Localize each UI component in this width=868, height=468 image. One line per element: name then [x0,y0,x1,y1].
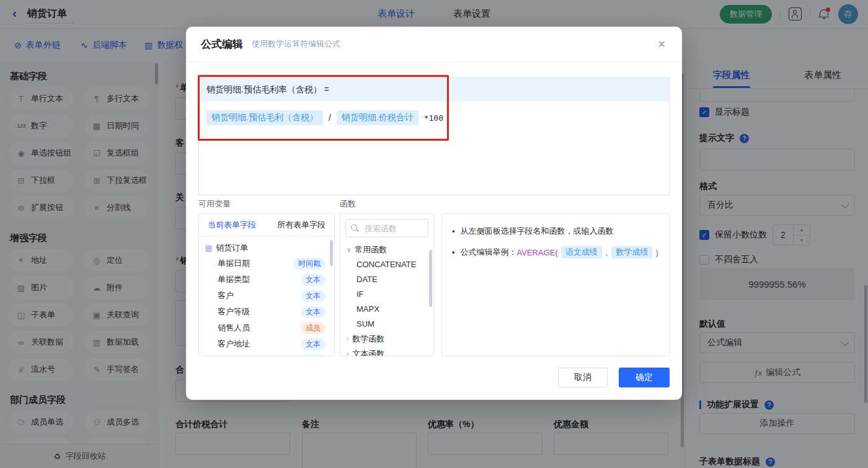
variables-scrollbar[interactable] [330,240,333,266]
variable-name: 销售人员 [218,322,250,333]
functions-scrollbar[interactable] [429,250,432,307]
example-field-chip: 数学成绩 [611,246,652,258]
help-example-prefix: 公式编辑举例： [461,247,517,258]
formula-target-text: 销货明细.预估毛利率（含税） = [206,84,329,95]
variable-type-badge: 成员 [301,322,326,334]
formula-field-chip[interactable]: 销货明细.预估毛利（含税） [206,110,323,125]
formula-expression-line: 销货明细.预估毛利（含税） / 销货明细.价税合计 *100 [199,102,669,134]
function-group-label: 文本函数 [352,348,384,356]
variable-type-badge: 时间戳 [293,258,326,270]
functions-panel: ∨ 常用函数 CONCATENATE DATE IF MAPX SUM › 数学… [340,213,434,356]
caret-right-icon: › [347,351,348,356]
variable-item[interactable]: 销售人员 成员 [199,320,334,336]
formula-operator: *100 [424,113,443,123]
variable-item[interactable]: 单据类型 文本 [199,272,334,288]
variable-type-badge: 文本 [301,338,326,350]
modal-title: 公式编辑 [201,37,243,51]
variable-type-badge: 文本 [301,306,326,318]
variables-tabs: 当前表单字段 所有表单字段 [199,214,334,237]
confirm-button[interactable]: 确定 [619,368,670,387]
variables-tree-root[interactable]: ▤ 销货订单 [199,237,334,255]
modal-subtitle: 使用数学运算符编辑公式 [252,38,340,50]
variable-type-badge [299,355,326,357]
bullet: • [452,227,455,236]
variable-name: 客户 [218,290,234,301]
function-item[interactable]: DATE [340,272,433,287]
function-group-label: 数学函数 [352,333,384,345]
formula-help-panel: • 从左侧面板选择字段名和函数，或输入函数 • 公式编辑举例： AVERAGE(… [441,213,670,356]
root-form-name: 销货订单 [216,242,248,254]
tab-all-form-fields[interactable]: 所有表单字段 [277,219,326,231]
variable-type-badge: 文本 [301,274,326,286]
variable-type-badge: 文本 [301,290,326,302]
function-group-math[interactable]: › 数学函数 [340,332,433,347]
modal-header: 公式编辑 使用数学运算符编辑公式 ✕ [186,27,682,62]
caret-right-icon: › [347,336,348,342]
bullet: • [452,248,455,257]
close-icon[interactable]: ✕ [658,40,666,50]
variables-panel: 当前表单字段 所有表单字段 ▤ 销货订单 单据日期 时间戳 单据类型 文本 客户… [198,213,335,356]
formula-editor-area[interactable]: 销货明细.预估毛利率（含税） = 销货明细.预估毛利（含税） / 销货明细.价税… [198,77,670,195]
function-item[interactable]: IF [340,287,433,302]
function-item[interactable]: CONCATENATE [340,257,433,272]
function-group-label: 常用函数 [355,244,387,255]
help-line-2: • 公式编辑举例： AVERAGE( 语文成绩 , 数学成绩 ) [452,246,659,258]
search-icon [351,224,359,232]
function-group-common[interactable]: ∨ 常用函数 [340,242,433,257]
variable-name: 单据日期 [218,258,250,269]
functions-section-label: 函数 [340,198,356,210]
formula-target-line: 销货明细.预估毛利率（含税） = [199,78,669,102]
variable-name: 客户等级 [218,306,250,317]
example-function-open: AVERAGE( [517,248,558,257]
function-search-input[interactable] [363,223,423,234]
variable-item[interactable]: 单据日期 时间戳 [199,255,334,272]
help-line-1: • 从左侧面板选择字段名和函数，或输入函数 [452,226,659,237]
variables-section-label: 可用变量 [198,198,231,210]
formula-operator: / [329,113,331,123]
variable-item[interactable]: 客户等级 文本 [199,304,334,320]
variable-name: 单据类型 [218,274,250,285]
tab-current-form-fields[interactable]: 当前表单字段 [208,219,256,231]
variable-item[interactable]: 客户 文本 [199,288,334,304]
help-text: 从左侧面板选择字段名和函数，或输入函数 [461,226,614,237]
example-field-chip: 语文成绩 [561,246,602,258]
variable-name: 客户地址 [218,338,250,350]
cancel-button[interactable]: 取消 [558,368,608,387]
formula-field-chip[interactable]: 销货明细.价税合计 [337,110,418,125]
document-icon: ▤ [205,244,212,252]
example-function-close: ) [655,248,658,257]
example-separator: , [606,248,608,257]
function-group-text[interactable]: › 文本函数 [340,347,433,356]
function-item[interactable]: MAPX [340,302,433,317]
function-item[interactable]: SUM [340,317,433,332]
caret-down-icon: ∨ [347,247,351,253]
function-search-box[interactable] [345,219,428,237]
variable-item-partial[interactable] [199,352,334,356]
variable-item[interactable]: 客户地址 文本 [199,336,334,352]
formula-editor-modal: 公式编辑 使用数学运算符编辑公式 ✕ 销货明细.预估毛利率（含税） = 销货明细… [186,27,682,400]
